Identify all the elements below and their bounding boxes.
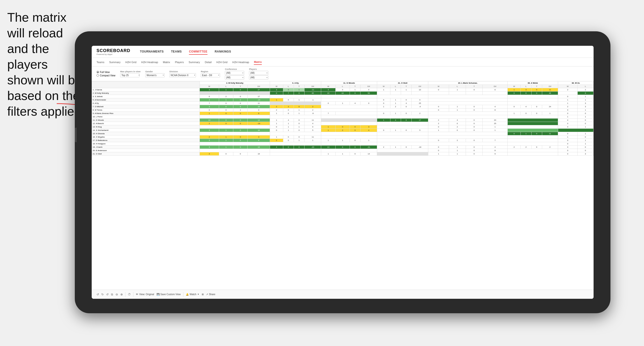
matrix-content[interactable]: 2. M Kelly Mulcahy 6. A Dy 11. G Woods 2… — [92, 81, 594, 290]
share-label: Share — [209, 293, 216, 296]
max-players-select[interactable]: Top 25 — [120, 73, 140, 77]
logo-area: SCOREBOARD Powered by clippd — [96, 48, 130, 55]
table-row: 14. S Srichantamit 31018 0105 1204 0105 … — [92, 129, 594, 132]
players-filter: Players (All) (All) — [249, 68, 268, 80]
gender-select-wrapper: Women's — [145, 73, 164, 77]
conference-select-2[interactable]: (All) — [225, 75, 244, 80]
wlt-t3: T — [350, 85, 360, 88]
redo-icon[interactable]: ↻ — [101, 293, 104, 296]
player-name: 12. A Bianchi — [92, 122, 200, 125]
players-select-2[interactable]: (All) — [249, 75, 268, 80]
players-select-wrapper-1: (All) — [249, 71, 268, 75]
full-view-option[interactable]: Full View — [96, 71, 115, 73]
table-row: 20. E Andersson 0108 00 — [92, 149, 594, 152]
zoom-out-icon[interactable]: ⊖ — [116, 293, 118, 296]
wlt-w7: W — [558, 85, 578, 88]
tablet-side-button — [75, 128, 77, 142]
sub-nav: Teams Summary H2H Grid H2H Heatmap Matri… — [92, 58, 594, 66]
player-name: 14. S Srichantamit — [92, 129, 200, 132]
table-row: 12. A Bianchi 200-18 1104 20025 00 — [92, 122, 594, 125]
sub-nav-h2h-grid2[interactable]: H2H Grid — [216, 60, 228, 65]
zoom-in-icon[interactable]: ⊕ — [120, 293, 123, 296]
table-row: 16. X Mcgaha 2103 10011 10 — [92, 135, 594, 139]
table-row: 21. O Stoll 40019 11014 1109 03 — [92, 152, 594, 156]
watch-btn[interactable]: 🔔 Watch ▼ — [186, 293, 199, 296]
conference-select-1[interactable]: (All) — [225, 71, 244, 75]
col-header-mulcahy: 2. M Kelly Mulcahy — [200, 81, 270, 85]
wlt-l3: L — [336, 85, 350, 88]
wlt-l5: L — [449, 85, 466, 88]
grid-icon: ⊞ — [202, 293, 204, 296]
table-row: 10. L Perini 11 — [92, 115, 594, 119]
player-name: 13. N Klug — [92, 125, 200, 129]
share-btn[interactable]: ↗ Share — [206, 293, 216, 296]
wlt-dif4: Dif — [412, 85, 428, 88]
save-custom-btn[interactable]: 💾 Save Custom View — [156, 293, 181, 296]
gender-label: Gender — [145, 70, 164, 73]
wlt-w1: W — [200, 85, 219, 88]
toolbar-sep-2 — [133, 292, 134, 297]
gender-filter: Gender Women's — [145, 70, 164, 77]
col-header-za: 60. W Za — [558, 81, 593, 85]
wlt-w3: W — [321, 85, 336, 88]
table-row: 13. N Klug 0110 1003 0201 01 — [92, 125, 594, 129]
players-select-wrapper-2: (All) — [249, 75, 268, 80]
wlt-t5: T — [466, 85, 482, 88]
sub-nav-teams[interactable]: Teams — [96, 60, 104, 65]
save-custom-label: Save Custom View — [160, 293, 181, 296]
player-name: 7. O Mitchell — [92, 105, 200, 108]
players-select-1[interactable]: (All) — [249, 71, 268, 75]
table-row: 15. H Stranda 01011 01 — [92, 132, 594, 135]
sub-nav-h2h-grid1[interactable]: H2H Grid — [125, 60, 136, 65]
watch-label: Watch — [190, 293, 196, 296]
logo-sub: Powered by clippd — [96, 53, 130, 55]
sub-nav-detail[interactable]: Detail — [205, 60, 212, 65]
nav-bar: SCOREBOARD Powered by clippd TOURNAMENTS… — [92, 46, 594, 58]
player-name: 10. L Perini — [92, 115, 200, 119]
gender-select[interactable]: Women's — [145, 73, 164, 77]
full-view-radio[interactable] — [96, 71, 99, 73]
undo-icon[interactable]: ↺ — [96, 293, 99, 296]
wlt-t2: T — [294, 85, 304, 88]
refresh-icon[interactable]: ↺ — [106, 293, 108, 296]
wlt-w5: W — [428, 85, 449, 88]
nav-tournaments[interactable]: TOURNAMENTS — [140, 49, 164, 55]
col-header-stoll: 21. O Stoll — [377, 81, 428, 85]
region-select[interactable]: East - DII — [201, 73, 220, 77]
compact-view-radio[interactable] — [96, 74, 99, 77]
sub-nav-h2h-heatmap2[interactable]: H2H Heatmap — [232, 60, 249, 65]
copy-icon[interactable]: ⧉ — [111, 293, 113, 296]
sub-nav-matrix2[interactable]: Matrix — [254, 59, 262, 65]
sub-nav-players[interactable]: Players — [175, 60, 184, 65]
table-row: 1. J Garcia 31027 301-11 4010 11110 0106… — [92, 88, 594, 92]
view-original-btn[interactable]: 👁 View: Original — [136, 293, 154, 296]
table-row: 11. G Woods 100014 14011 14017 24020 40 — [92, 119, 594, 122]
sub-nav-h2h-heatmap1[interactable]: H2H Heatmap — [141, 60, 158, 65]
player-name: 1. J Garcia — [92, 88, 200, 92]
sub-nav-summary1[interactable]: Summary — [109, 60, 120, 65]
watch-chevron: ▼ — [197, 293, 199, 295]
clock-icon[interactable]: ⏱ — [128, 293, 131, 296]
wlt-w4: W — [377, 85, 390, 88]
sub-nav-matrix1[interactable]: Matrix — [163, 60, 170, 65]
wlt-dif6: Dif — [542, 85, 558, 88]
wlt-t4: T — [401, 85, 412, 88]
player-name: 3. S Jelinek — [92, 95, 200, 98]
toolbar-sep-3 — [183, 292, 184, 297]
sub-nav-summary2[interactable]: Summary — [189, 60, 200, 65]
player-name: 21. O Stoll — [92, 152, 200, 156]
table-row: 18. H Hodgson 01 — [92, 142, 594, 146]
col-header-schumac: 23. L Marie Schumac. — [428, 81, 508, 85]
annotation-text: The matrix will reload and the players s… — [7, 10, 82, 119]
wlt-w2: W — [270, 85, 283, 88]
player-name: 16. X Mcgaha — [92, 135, 200, 139]
wlt-t1: T — [233, 85, 248, 88]
nav-rankings[interactable]: RANKINGS — [215, 49, 231, 55]
wlt-l7: L — [578, 85, 593, 88]
nav-committee[interactable]: COMMITTEE — [189, 49, 208, 55]
division-select[interactable]: NCAA Division II — [170, 73, 196, 77]
table-row: 8. M Torres 0010 2012 0108 01 — [92, 108, 594, 112]
nav-teams[interactable]: TEAMS — [171, 49, 182, 55]
grid-btn[interactable]: ⊞ — [202, 293, 204, 296]
compact-view-option[interactable]: Compact View — [96, 74, 115, 77]
